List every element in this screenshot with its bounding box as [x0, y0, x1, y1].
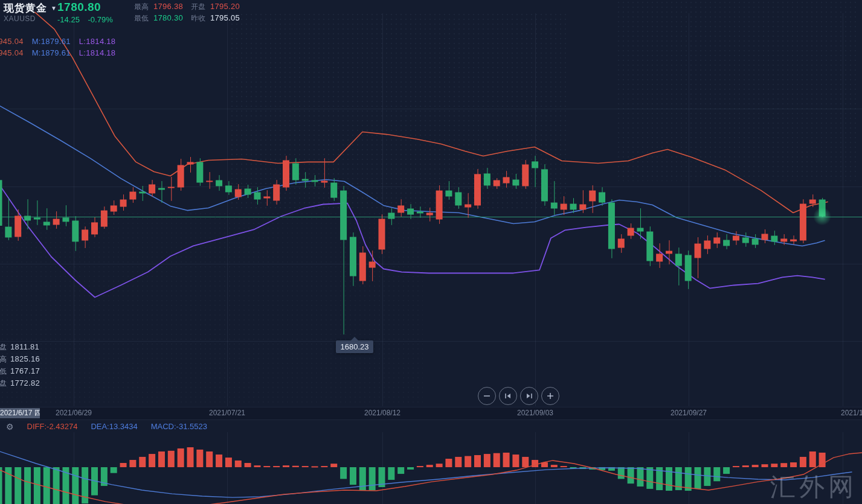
bollinger-readout-1: H:1945.04M:1879.61L:1814.18: [0, 37, 124, 46]
stat-high: 最高1796.38: [134, 2, 183, 12]
trading-chart-app: 现货黄金 ▼ XAUUSD 1780.80 -14.25 -0.79% 最高17…: [0, 0, 862, 504]
date-tick: 2021/09/27: [671, 409, 707, 417]
symbol-name: 现货黄金: [4, 1, 47, 15]
skip-back-icon: [504, 392, 512, 400]
skip-back-button[interactable]: [499, 387, 517, 405]
ohlc-open: 开盘1811.81: [0, 341, 40, 353]
macd-info-row: ⚙ DIFF:-2.43274 DEA:13.3434 MACD:-31.552…: [6, 422, 207, 431]
date-tick: 2021/08/12: [364, 409, 400, 417]
watermark: 汇外网: [770, 470, 857, 504]
ohlc-close: 收盘1772.82: [0, 377, 40, 389]
plus-icon: [546, 392, 555, 400]
date-tick: 2021/07/21: [209, 409, 245, 417]
date-tick: 2021/06/29: [56, 409, 92, 417]
crosshair-date-label: 2021/6/17 四: [0, 408, 40, 418]
chevron-down-icon: ▼: [51, 5, 57, 11]
skip-forward-icon: [525, 392, 533, 400]
price-change: -14.25 -0.79%: [57, 15, 119, 24]
chart-nav-controls: [478, 387, 559, 405]
date-tick: 2021/09/03: [517, 409, 553, 417]
skip-forward-button[interactable]: [520, 387, 538, 405]
date-axis[interactable]: [0, 407, 862, 420]
ohlc-low: 最低1767.17: [0, 365, 40, 377]
macd-value: MACD:-31.5523: [151, 422, 207, 431]
symbol-code: XAUUSD: [4, 14, 36, 23]
stat-prev-close: 昨收1795.05: [191, 13, 240, 24]
low-price-tooltip: 1680.23: [336, 340, 373, 353]
last-price: 1780.80: [57, 1, 101, 14]
minus-icon: [483, 392, 491, 400]
date-tick: 2021/10/19: [841, 409, 862, 417]
diff-value: DIFF:-2.43274: [27, 422, 78, 431]
dea-value: DEA:13.3434: [91, 422, 137, 431]
zoom-in-button[interactable]: [541, 387, 559, 405]
bollinger-readout-2: H:1945.04M:1879.61L:1814.18: [0, 48, 124, 57]
zoom-out-button[interactable]: [478, 387, 496, 405]
stat-open: 开盘1795.20: [191, 2, 240, 12]
change-value: -14.25: [57, 15, 80, 24]
stat-low: 最低1780.30: [134, 13, 183, 24]
symbol-selector[interactable]: 现货黄金 ▼: [4, 1, 57, 15]
change-percent: -0.79%: [88, 15, 113, 24]
gear-icon[interactable]: ⚙: [6, 423, 14, 431]
ohlc-panel: 开盘1811.81 最高1825.16 最低1767.17 收盘1772.82: [0, 341, 40, 389]
ohlc-high: 最高1825.16: [0, 353, 40, 365]
